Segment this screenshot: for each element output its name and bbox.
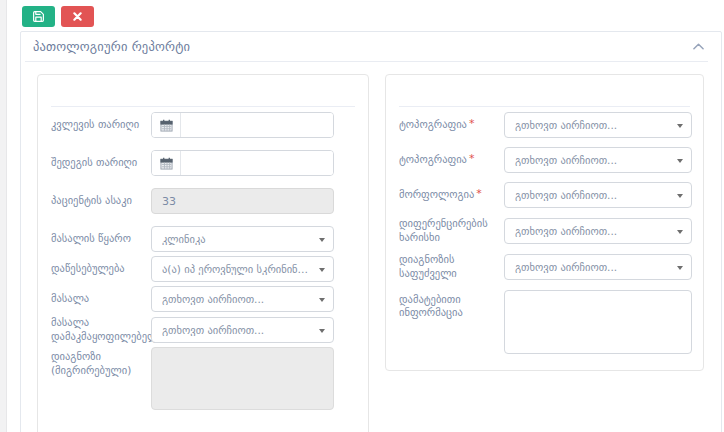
form-row-diagnosis-basis: დიაგნოზის საფუძველი გთხოვთ აირჩიოთ... [399,253,690,280]
required-mark: * [469,152,475,165]
left-box-divider [51,87,355,107]
result-date-input[interactable] [181,151,333,175]
chevron-down-icon [319,329,325,333]
research-date-label: კვლევის თარიღი [51,118,151,132]
chevron-down-icon [319,268,325,272]
material-source-label: მასალის წყარო [51,232,151,246]
form-row-result-date: შედეგის თარიღი [51,150,355,176]
chevron-down-icon [319,238,325,242]
required-mark: * [469,117,475,130]
collapse-button[interactable] [691,41,706,52]
form-row-morphology: მორფოლოგია* გთხოვთ აირჩიოთ... [399,182,690,208]
material-label: მასალა [51,292,151,306]
research-date-input[interactable] [181,113,333,137]
form-row-topography-1: ტოპოგრაფია* გთხოვთ აირჩიოთ... [399,112,690,138]
form-row-material-satisfactory: მასალა დამაკმაყოფილებელია გთხოვთ აირჩიოთ… [51,316,355,343]
chevron-down-icon [319,298,325,302]
toolbar [0,0,724,31]
chevron-down-icon [677,159,683,163]
chevron-down-icon [677,124,683,128]
chevron-up-icon [693,43,704,50]
chevron-down-icon [677,194,683,198]
diagnosis-basis-label: დიაგნოზის საფუძველი [399,253,504,280]
chevron-down-icon [677,266,683,270]
form-row-material-source: მასალის წყარო კლინიკა [51,226,355,252]
result-date-label: შედეგის თარიღი [51,156,151,170]
required-mark: * [476,187,482,200]
additional-info-textarea[interactable] [504,290,692,354]
institution-select[interactable]: ა(ა) იპ ეროვნული სკრინინგ ცენტრ... [151,256,334,282]
topography-2-label: ტოპოგრაფია [399,153,467,165]
topography-select-1[interactable]: გთხოვთ აირჩიოთ... [504,112,692,138]
left-form-box: კვლევის თარიღი [37,74,369,432]
topography-select-2[interactable]: გთხოვთ აირჩიოთ... [504,147,692,173]
form-row-topography-2: ტოპოგრაფია* გთხოვთ აირჩიოთ... [399,147,690,173]
form-row-additional-info: დამატებითი ინფორმაცია [399,290,690,358]
material-satisfactory-select[interactable]: გთხოვთ აირჩიოთ... [151,317,334,343]
migrated-diagnosis-label: დიაგნოზი (მიგრირებული) [51,347,151,377]
research-date-group [151,112,334,138]
result-date-group [151,150,334,176]
form-row-patient-age: პაციენტის ასაკი [51,188,355,214]
migrated-diagnosis-textarea [151,347,334,410]
topography-1-label: ტოპოგრაფია [399,118,467,130]
material-source-select[interactable]: კლინიკა [151,226,334,252]
material-select[interactable]: გთხოვთ აირჩიოთ... [151,286,334,312]
diagnosis-basis-select[interactable]: გთხოვთ აირჩიოთ... [504,254,692,280]
pathology-report-panel: პათოლოგიური რეპორტი კვლევის თარიღი [20,31,722,432]
institution-label: დაწესებულება [51,262,151,276]
calendar-icon[interactable] [152,113,181,137]
form-row-research-date: კვლევის თარიღი [51,112,355,138]
floppy-disk-icon [32,10,45,23]
patient-age-label: პაციენტის ასაკი [51,194,151,208]
calendar-icon[interactable] [152,151,181,175]
delete-button[interactable] [61,6,94,27]
panel-header: პათოლოგიური რეპორტი [25,32,708,62]
chevron-down-icon [677,230,683,234]
x-icon [73,12,82,21]
right-form-box: ტოპოგრაფია* გთხოვთ აირჩიოთ... ტოპოგრაფია… [385,74,704,371]
panel-body: კვლევის თარიღი [21,62,721,432]
form-row-material: მასალა გთხოვთ აირჩიოთ... [51,286,355,312]
save-button[interactable] [22,6,55,27]
form-row-differentiation-grade: დიფერენცირების ხარისხი გთხოვთ აირჩიოთ... [399,217,690,244]
differentiation-grade-label: დიფერენცირების ხარისხი [399,217,504,244]
differentiation-grade-select[interactable]: გთხოვთ აირჩიოთ... [504,218,692,244]
form-row-institution: დაწესებულება ა(ა) იპ ეროვნული სკრინინგ ც… [51,256,355,282]
morphology-select[interactable]: გთხოვთ აირჩიოთ... [504,182,692,208]
form-row-migrated-diagnosis: დიაგნოზი (მიგრირებული) [51,347,355,414]
patient-age-field [151,188,334,214]
material-satisfactory-label: მასალა დამაკმაყოფილებელია [51,316,151,343]
page-left-gutter [0,0,7,432]
additional-info-label: დამატებითი ინფორმაცია [399,290,504,320]
morphology-label: მორფოლოგია [399,188,474,200]
panel-title: პათოლოგიური რეპორტი [33,39,190,54]
right-box-divider [399,87,690,107]
